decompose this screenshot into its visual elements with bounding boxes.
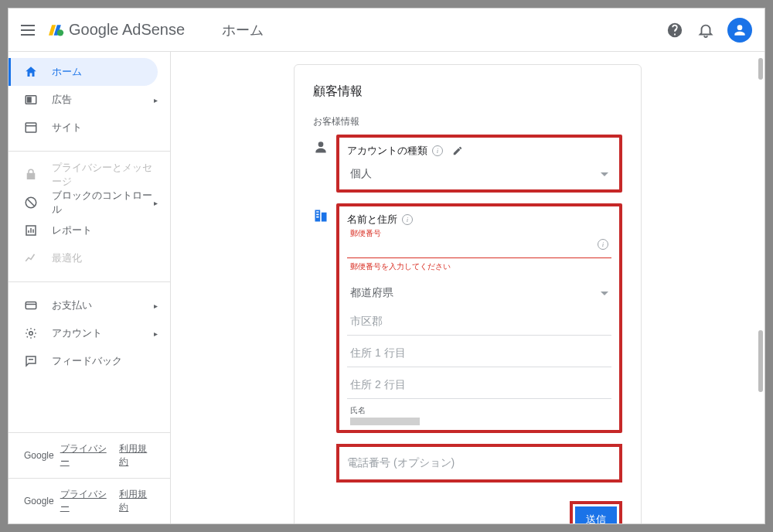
info-icon[interactable]: i <box>432 145 443 156</box>
info-icon[interactable]: i <box>402 214 413 225</box>
svg-rect-3 <box>26 123 36 132</box>
sidebar-item-sites[interactable]: サイト <box>9 114 170 142</box>
sidebar-item-label: アカウント <box>52 326 102 340</box>
adsense-logo[interactable]: Google AdSense <box>49 21 185 39</box>
payments-icon <box>24 298 38 312</box>
sidebar-item-label: お支払い <box>52 298 92 312</box>
sidebar: ホーム 広告 ▸ サイト プライバシーとメッセージ <box>9 52 171 523</box>
sidebar-item-ads[interactable]: 広告 ▸ <box>9 86 170 114</box>
name-redacted-value <box>350 418 420 425</box>
sidebar-footer-dup: Google プライバシー 利用規約 <box>9 478 170 523</box>
info-icon[interactable]: i <box>598 239 608 250</box>
postal-label: 郵便番号 <box>350 228 381 239</box>
submit-button[interactable]: 送信 <box>575 506 617 523</box>
help-icon[interactable] <box>666 21 684 39</box>
reports-icon <box>24 223 38 237</box>
account-avatar[interactable] <box>727 18 752 43</box>
feedback-icon <box>24 354 38 368</box>
footer-privacy-link[interactable]: プライバシー <box>60 488 114 514</box>
edit-icon[interactable] <box>452 145 463 156</box>
home-icon <box>24 65 38 79</box>
block-icon <box>24 196 38 210</box>
svg-point-12 <box>318 142 324 147</box>
city-input[interactable]: 市区郡 <box>347 304 611 336</box>
sites-icon <box>24 121 38 135</box>
addr2-placeholder: 住所 2 行目 <box>350 378 406 390</box>
sidebar-item-label: 広告 <box>52 93 72 107</box>
sidebar-item-reports[interactable]: レポート <box>9 217 170 244</box>
address-line1-input[interactable]: 住所 1 行目 <box>347 336 611 367</box>
gear-icon <box>24 326 38 340</box>
adsense-logo-icon <box>49 22 64 38</box>
sidebar-item-home[interactable]: ホーム <box>9 58 158 86</box>
sidebar-item-payments[interactable]: お支払い ▸ <box>9 292 170 319</box>
sidebar-item-label: ブロックのコントロール <box>52 189 155 217</box>
prefecture-select[interactable]: 都道府県 <box>347 272 611 304</box>
sidebar-item-label: プライバシーとメッセージ <box>52 161 155 189</box>
hamburger-menu-button[interactable] <box>21 21 39 39</box>
ads-icon <box>24 93 38 107</box>
card-title: 顧客情報 <box>313 84 622 100</box>
sidebar-item-label: フィードバック <box>52 354 122 368</box>
footer-privacy-link[interactable]: プライバシー <box>60 442 114 469</box>
sidebar-item-privacy-messages[interactable]: プライバシーとメッセージ <box>9 161 170 189</box>
name-label: 氏名 <box>350 405 608 416</box>
footer-brand: Google <box>24 496 54 506</box>
account-type-value: 個人 <box>350 167 372 181</box>
name-field: 氏名 <box>347 399 611 425</box>
addr1-placeholder: 住所 1 行目 <box>350 346 406 359</box>
account-type-label: アカウントの種類 <box>347 144 427 158</box>
chevron-right-icon: ▸ <box>154 302 158 310</box>
postal-error: 郵便番号を入力してください <box>347 258 611 272</box>
notifications-icon[interactable] <box>696 21 715 39</box>
sidebar-item-blocking[interactable]: ブロックのコントロール ▸ <box>9 189 170 217</box>
svg-rect-8 <box>26 302 36 309</box>
sidebar-item-label: ホーム <box>52 65 82 79</box>
sidebar-item-label: サイト <box>52 121 82 135</box>
chevron-right-icon: ▸ <box>154 329 158 338</box>
sidebar-item-optimization[interactable]: 最適化 <box>9 244 170 272</box>
caret-down-icon <box>601 292 608 295</box>
sidebar-item-label: 最適化 <box>52 251 82 265</box>
optimization-icon <box>24 251 38 265</box>
name-address-label: 名前と住所 <box>347 213 397 227</box>
sidebar-item-account[interactable]: アカウント ▸ <box>9 319 170 347</box>
svg-line-6 <box>28 200 35 206</box>
page-title: ホーム <box>222 21 264 39</box>
scrollbar[interactable] <box>757 52 763 523</box>
account-type-select[interactable]: 個人 <box>347 159 611 185</box>
name-address-section: 名前と住所 i 郵便番号 i 郵便番号を入力してください 都道府県 <box>336 203 622 433</box>
adsense-logo-text: Google AdSense <box>69 21 185 39</box>
svg-point-0 <box>57 29 63 36</box>
postal-code-input[interactable]: 郵便番号 i <box>347 228 611 258</box>
svg-point-10 <box>29 332 33 336</box>
caret-down-icon <box>601 172 608 176</box>
customer-info-card: 顧客情報 お客様情報 アカウントの種類 i <box>294 64 642 523</box>
address-line2-input[interactable]: 住所 2 行目 <box>347 367 611 399</box>
chevron-right-icon: ▸ <box>154 199 158 207</box>
prefecture-placeholder: 都道府県 <box>350 286 393 300</box>
privacy-icon <box>24 168 38 182</box>
city-placeholder: 市区郡 <box>350 315 383 327</box>
business-icon <box>313 208 329 223</box>
svg-rect-2 <box>28 97 32 102</box>
chevron-right-icon: ▸ <box>154 96 158 104</box>
sidebar-footer: Google プライバシー 利用規約 <box>9 432 170 478</box>
person-icon <box>313 139 329 155</box>
footer-brand: Google <box>24 450 54 461</box>
account-type-section: アカウントの種類 i 個人 <box>336 135 622 193</box>
customer-info-label: お客様情報 <box>313 115 622 128</box>
sidebar-item-label: レポート <box>52 223 92 237</box>
footer-terms-link[interactable]: 利用規約 <box>119 488 155 514</box>
phone-section: 電話番号 (オプション) <box>336 444 622 483</box>
submit-highlight: 送信 <box>570 501 622 523</box>
phone-input[interactable]: 電話番号 (オプション) <box>347 456 611 470</box>
sidebar-item-feedback[interactable]: フィードバック <box>9 347 170 375</box>
footer-terms-link[interactable]: 利用規約 <box>119 442 155 469</box>
